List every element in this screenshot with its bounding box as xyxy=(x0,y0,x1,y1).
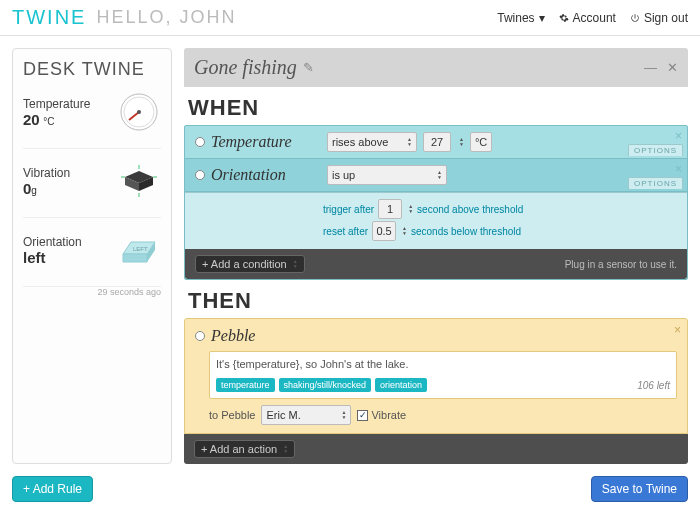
power-icon xyxy=(630,13,640,23)
remove-condition-icon[interactable]: × xyxy=(675,162,682,176)
radio-icon[interactable] xyxy=(195,170,205,180)
chip-vibration[interactable]: shaking/still/knocked xyxy=(279,378,372,392)
operator-select[interactable]: is up▲▼ xyxy=(327,165,447,185)
nav-signout[interactable]: Sign out xyxy=(630,11,688,25)
vibration-icon xyxy=(117,159,161,203)
add-rule-button[interactable]: + Add Rule xyxy=(12,476,93,502)
caret-down-icon: ▾ xyxy=(539,11,545,25)
trigger-after-input[interactable]: 1 xyxy=(378,199,402,219)
remove-condition-icon[interactable]: × xyxy=(675,129,682,143)
reset-after-input[interactable]: 0.5 xyxy=(372,221,396,241)
stepper-icon[interactable]: ▲▼ xyxy=(402,226,407,236)
close-rule-icon[interactable]: ✕ xyxy=(667,60,678,75)
rule-header: Gone fishing ✎ — ✕ xyxy=(184,48,688,87)
rule-title[interactable]: Gone fishing xyxy=(194,56,297,79)
char-counter: 106 left xyxy=(637,380,670,391)
action-pebble: Pebble × It's {temperature}, so John's a… xyxy=(184,318,688,434)
sensor-orientation: Orientation left LEFT xyxy=(23,218,161,287)
minimize-icon[interactable]: — xyxy=(644,60,657,75)
actions-panel: Pebble × It's {temperature}, so John's a… xyxy=(184,318,688,464)
sensor-vibration: Vibration 0g xyxy=(23,149,161,218)
conditions-panel: Temperature rises above▲▼ 27 ▲▼ °C × OPT… xyxy=(184,125,688,280)
threshold-input[interactable]: 27 xyxy=(423,132,451,152)
edit-title-icon[interactable]: ✎ xyxy=(303,60,314,75)
chip-temperature[interactable]: temperature xyxy=(216,378,275,392)
sidebar-timestamp: 29 seconds ago xyxy=(23,287,161,297)
nav-account[interactable]: Account xyxy=(559,11,616,25)
chip-orientation[interactable]: orientation xyxy=(375,378,427,392)
message-input[interactable]: It's {temperature}, so John's at the lak… xyxy=(209,351,677,399)
options-tab[interactable]: OPTIONS xyxy=(628,144,683,156)
orientation-options: trigger after 1 ▲▼ second above threshol… xyxy=(185,192,687,249)
stepper-icon[interactable]: ▲▼ xyxy=(459,137,464,147)
stepper-icon[interactable]: ▲▼ xyxy=(408,204,413,214)
sensor-temperature: Temperature 20 °C xyxy=(23,80,161,149)
options-tab[interactable]: OPTIONS xyxy=(628,177,683,189)
gauge-icon xyxy=(117,90,161,134)
add-condition-button[interactable]: + Add a condition▲▼ xyxy=(195,255,305,273)
add-action-button[interactable]: + Add an action▲▼ xyxy=(194,440,295,458)
when-heading: WHEN xyxy=(188,95,688,121)
orientation-icon: LEFT xyxy=(117,228,161,272)
condition-hint: Plug in a sensor to use it. xyxy=(565,259,677,270)
svg-point-3 xyxy=(137,110,141,114)
remove-action-icon[interactable]: × xyxy=(674,323,681,337)
condition-temperature: Temperature rises above▲▼ 27 ▲▼ °C × OPT… xyxy=(185,126,687,159)
gear-icon xyxy=(559,13,569,23)
radio-icon[interactable] xyxy=(195,137,205,147)
save-button[interactable]: Save to Twine xyxy=(591,476,688,502)
vibrate-checkbox[interactable]: ✓Vibrate xyxy=(357,409,406,421)
brand-logo: TWINE xyxy=(12,6,86,29)
then-heading: THEN xyxy=(188,288,688,314)
radio-icon[interactable] xyxy=(195,331,205,341)
sidebar-title: DESK TWINE xyxy=(23,59,161,80)
greeting: HELLO, JOHN xyxy=(96,7,236,28)
device-sidebar: DESK TWINE Temperature 20 °C Vibration 0… xyxy=(12,48,172,464)
nav-twines[interactable]: Twines ▾ xyxy=(497,11,544,25)
recipient-select[interactable]: Eric M.▲▼ xyxy=(261,405,351,425)
operator-select[interactable]: rises above▲▼ xyxy=(327,132,417,152)
unit-select[interactable]: °C xyxy=(470,132,492,152)
svg-marker-8 xyxy=(123,254,147,262)
svg-text:LEFT: LEFT xyxy=(133,246,148,252)
condition-orientation: Orientation is up▲▼ × OPTIONS xyxy=(185,159,687,192)
